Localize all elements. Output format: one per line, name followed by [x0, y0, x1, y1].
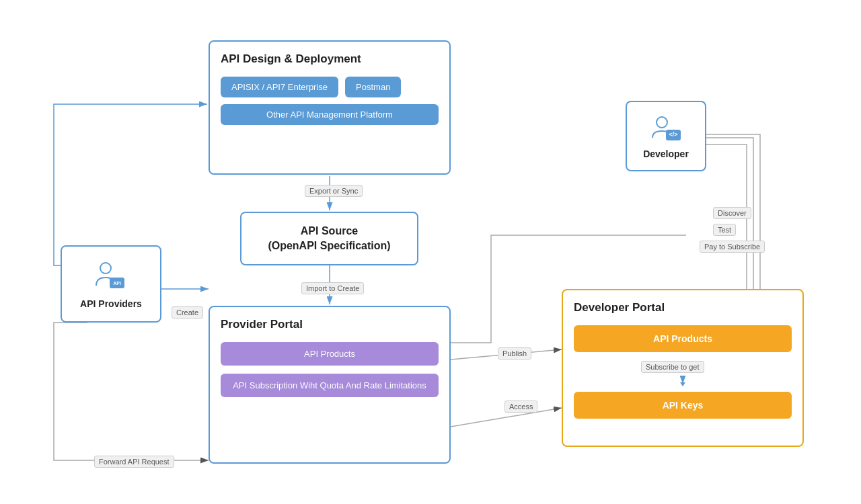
other-api-button[interactable]: Other API Management Platform: [221, 104, 439, 125]
api-providers-actor: API API Providers: [61, 245, 161, 323]
dev-portal-api-keys-button[interactable]: API Keys: [574, 392, 792, 419]
api-design-box: API Design & Deployment APISIX / API7 En…: [209, 40, 451, 175]
svg-text:</>: </>: [669, 131, 677, 138]
subscription-button[interactable]: API Subscription Wiht Quota And Rate Lim…: [221, 374, 439, 397]
svg-point-11: [657, 117, 667, 128]
developer-actor: </> Developer: [626, 101, 706, 171]
provider-portal-title: Provider Portal: [221, 318, 439, 331]
postman-button[interactable]: Postman: [345, 77, 401, 97]
developer-portal-title: Developer Portal: [574, 301, 792, 314]
svg-text:API: API: [113, 281, 121, 286]
api-design-title: API Design & Deployment: [221, 52, 439, 66]
api-providers-icon: API: [91, 259, 131, 296]
provider-portal-box: Provider Portal API Products API Subscri…: [209, 306, 451, 464]
api-source-title: API Source(OpenAPI Specification): [268, 224, 390, 254]
provider-api-products-button[interactable]: API Products: [221, 342, 439, 366]
subscribe-to-get-label: Subscribe to get: [641, 361, 704, 373]
discover-label: Discover: [713, 207, 751, 219]
pay-to-subscribe-label: Pay to Subscribe: [700, 241, 765, 253]
test-label: Test: [713, 224, 736, 236]
forward-api-request-label: Forward API Request: [94, 456, 174, 468]
create-label: Create: [172, 306, 203, 319]
export-sync-label: Export or Sync: [305, 185, 363, 197]
publish-label: Publish: [498, 347, 531, 360]
access-label: Access: [504, 401, 537, 413]
api-providers-label: API Providers: [80, 298, 142, 309]
svg-point-8: [100, 263, 111, 274]
developer-label: Developer: [643, 149, 689, 159]
diagram-container: API Design & Deployment APISIX / API7 En…: [0, 0, 861, 504]
api-source-box: API Source(OpenAPI Specification): [240, 212, 418, 265]
svg-marker-15: [680, 382, 685, 386]
apisix-button[interactable]: APISIX / API7 Enterprise: [221, 77, 338, 97]
import-to-create-label: Import to Create: [301, 282, 364, 294]
dev-portal-api-products-button[interactable]: API Products: [574, 325, 792, 352]
subscribe-arrow-icon: [679, 376, 687, 386]
developer-portal-box: Developer Portal API Products Subscribe …: [562, 289, 804, 447]
developer-icon: </>: [647, 114, 685, 146]
